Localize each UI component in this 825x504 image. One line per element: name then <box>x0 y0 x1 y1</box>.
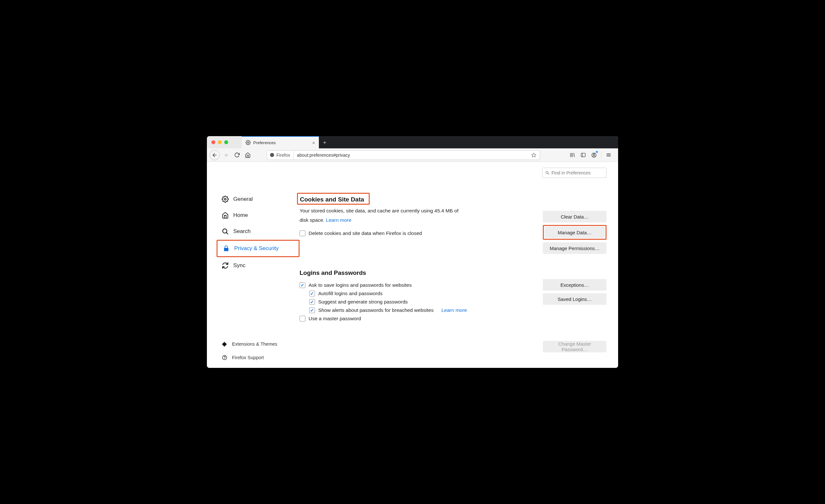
checkbox-checked-icon[interactable] <box>309 291 315 296</box>
preferences-content: General Home Search Privacy & <box>207 162 618 368</box>
change-master-password-button: Change Master Password… <box>543 341 606 352</box>
bookmark-star-icon[interactable] <box>528 153 540 158</box>
preferences-main: Find in Preferences Cookies and Site Dat… <box>300 162 618 368</box>
sidebar-item-search[interactable]: Search <box>220 224 300 239</box>
svg-point-14 <box>225 359 225 359</box>
sidebar-item-home[interactable]: Home <box>220 208 300 223</box>
new-tab-button[interactable]: ＋ <box>319 136 330 148</box>
sidebar-item-label: Extensions & Themes <box>232 342 277 347</box>
checkbox-label: Show alerts about passwords for breached… <box>318 307 433 313</box>
help-icon <box>222 355 227 360</box>
breach-alerts-checkbox-row[interactable]: Show alerts about passwords for breached… <box>309 307 535 313</box>
checkbox-label: Autofill logins and passwords <box>318 291 383 296</box>
gear-icon <box>222 196 229 203</box>
highlight-sidebar-privacy: Privacy & Security <box>217 240 300 257</box>
checkbox-unchecked-icon[interactable] <box>300 230 305 236</box>
master-password-checkbox-row[interactable]: Use a master password <box>300 316 535 321</box>
toolbar-separator <box>601 151 601 159</box>
site-identity[interactable]: Firefox <box>267 151 294 160</box>
tab-title: Preferences <box>253 140 276 145</box>
lock-icon <box>223 245 230 252</box>
toolbar-right <box>567 150 615 160</box>
home-icon <box>222 212 229 219</box>
gear-icon <box>245 140 251 145</box>
search-placeholder: Find in Preferences <box>551 170 590 175</box>
sidebar-icon[interactable] <box>578 150 588 160</box>
sidebar-item-support[interactable]: Firefox Support <box>220 351 300 364</box>
sidebar-item-label: Sync <box>233 262 245 269</box>
checkbox-unchecked-icon[interactable] <box>300 316 305 321</box>
autofill-logins-checkbox-row[interactable]: Autofill logins and passwords <box>309 291 535 296</box>
delete-cookies-on-close-checkbox-row[interactable]: Delete cookies and site data when Firefo… <box>300 230 535 236</box>
back-button[interactable] <box>210 150 220 160</box>
cookies-site-data-section: Cookies and Site Data Your stored cookie… <box>300 196 606 254</box>
cookies-description: Your stored cookies, site data, and cach… <box>300 206 467 225</box>
close-window-icon[interactable] <box>211 140 215 144</box>
sidebar-item-label: Firefox Support <box>232 355 264 360</box>
forward-button[interactable] <box>221 150 231 160</box>
checkbox-checked-icon[interactable] <box>300 282 305 288</box>
search-icon <box>222 228 229 235</box>
puzzle-icon <box>222 341 227 347</box>
window-controls <box>207 136 242 148</box>
home-button[interactable] <box>243 150 252 160</box>
checkbox-checked-icon[interactable] <box>309 307 315 313</box>
menu-icon[interactable] <box>603 150 614 160</box>
url-text: about:preferences#privacy <box>294 153 528 158</box>
clear-data-button[interactable]: Clear Data… <box>543 211 606 222</box>
browser-window: Preferences × ＋ Firefox about:preference… <box>207 136 618 368</box>
svg-marker-2 <box>532 153 536 157</box>
learn-more-link[interactable]: Learn more <box>441 307 467 313</box>
svg-line-16 <box>548 173 549 174</box>
find-in-preferences-input[interactable]: Find in Preferences <box>542 168 606 178</box>
suggest-passwords-checkbox-row[interactable]: Suggest and generate strong passwords <box>309 299 535 305</box>
highlight-cookies-title: Cookies and Site Data <box>297 193 370 205</box>
close-tab-icon[interactable]: × <box>312 140 315 145</box>
exceptions-button[interactable]: Exceptions… <box>543 279 606 291</box>
preferences-sidebar: General Home Search Privacy & <box>207 162 300 368</box>
toolbar: Firefox about:preferences#privacy <box>207 148 618 162</box>
tab-preferences[interactable]: Preferences × <box>242 136 319 148</box>
maximize-window-icon[interactable] <box>224 140 228 144</box>
checkbox-label: Use a master password <box>309 316 361 321</box>
learn-more-link[interactable]: Learn more <box>326 217 351 223</box>
svg-point-0 <box>247 142 249 143</box>
checkbox-label: Ask to save logins and passwords for web… <box>309 282 412 288</box>
profile-icon[interactable] <box>589 150 599 160</box>
sidebar-item-label: Search <box>233 228 251 235</box>
logins-passwords-section: Logins and Passwords Ask to save logins … <box>300 269 606 352</box>
site-identity-label: Firefox <box>276 153 290 158</box>
manage-permissions-button[interactable]: Manage Permissions… <box>543 242 606 254</box>
library-icon[interactable] <box>567 150 577 160</box>
ask-save-logins-checkbox-row[interactable]: Ask to save logins and passwords for web… <box>300 282 535 288</box>
checkbox-checked-icon[interactable] <box>309 299 315 305</box>
svg-point-1 <box>270 153 274 157</box>
url-bar[interactable]: Firefox about:preferences#privacy <box>267 150 540 160</box>
tab-strip: Preferences × ＋ <box>207 136 618 148</box>
sidebar-item-privacy-security[interactable]: Privacy & Security <box>221 241 299 256</box>
saved-logins-button[interactable]: Saved Logins… <box>543 293 606 305</box>
logins-title: Logins and Passwords <box>300 269 366 277</box>
sidebar-item-label: Home <box>233 212 248 219</box>
manage-data-button[interactable]: Manage Data… <box>544 227 605 238</box>
svg-line-12 <box>226 232 228 234</box>
checkbox-label: Delete cookies and site data when Firefo… <box>309 230 422 236</box>
sync-icon <box>222 262 229 269</box>
sidebar-item-sync[interactable]: Sync <box>220 258 300 273</box>
sidebar-item-label: Privacy & Security <box>234 245 279 252</box>
checkbox-label: Suggest and generate strong passwords <box>318 299 408 305</box>
minimize-window-icon[interactable] <box>218 140 222 144</box>
highlight-manage-data: Manage Data… <box>543 225 606 240</box>
sidebar-item-general[interactable]: General <box>220 192 300 207</box>
sidebar-item-label: General <box>233 196 252 202</box>
svg-point-10 <box>224 198 226 200</box>
svg-point-6 <box>593 153 595 155</box>
reload-button[interactable] <box>232 150 242 160</box>
cookies-title: Cookies and Site Data <box>300 196 364 203</box>
sidebar-item-extensions[interactable]: Extensions & Themes <box>220 338 300 351</box>
svg-rect-3 <box>581 153 585 157</box>
